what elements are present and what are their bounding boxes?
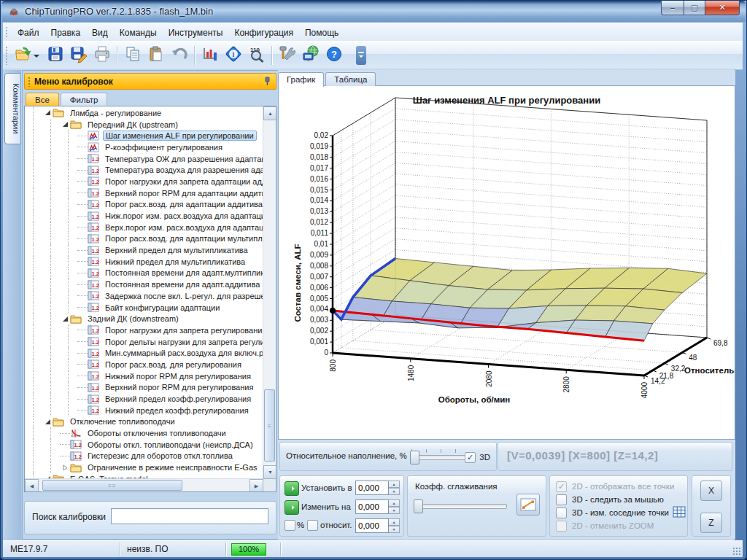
slider-track[interactable] — [414, 504, 507, 509]
percent-checkbox[interactable] — [285, 520, 295, 531]
tree-item-label[interactable]: Верхний порог RPM для адаптации аддитива — [103, 189, 263, 198]
view-tab-таблица[interactable]: Таблица — [325, 72, 376, 86]
vertical-scroll-thumb[interactable]: ≡ — [264, 389, 275, 462]
spin-up-button[interactable]: ▲ — [389, 499, 400, 507]
tree-item-label[interactable]: Ниж.порог изм. расх.воздуха для адаптаци… — [103, 211, 263, 220]
tree-item-label[interactable]: Отключение топливоподачи — [68, 417, 177, 426]
set-value-input[interactable] — [355, 481, 389, 495]
tree-item[interactable]: 1.2Нижний предел коэфф.регулирования — [25, 405, 263, 416]
tree-item-label[interactable]: Порог расх.возд. для адаптации мультипли… — [103, 234, 263, 243]
chart-area[interactable]: 00,0010,0020,0030,0040,0050,0060,0070,00… — [278, 85, 735, 440]
tree-item-label[interactable]: Верх.порог изм. расх.воздуха для адаптац… — [103, 223, 263, 232]
tree-item[interactable]: 1.2Постоянная времени для адапт.мултипли… — [25, 268, 263, 279]
spin-up-button[interactable]: ▲ — [389, 481, 400, 488]
relative-value-spinner[interactable]: ▲▼ — [355, 518, 400, 533]
spin-up-button[interactable]: ▲ — [389, 518, 400, 526]
tree-item[interactable]: Р-коэффициент регулирования — [25, 141, 263, 153]
tree-item-label[interactable]: Нижний предел коэфф.регулирования — [103, 406, 251, 415]
compare-charts-button[interactable] — [198, 44, 222, 67]
spin-down-button[interactable]: ▼ — [389, 507, 400, 514]
collapse-arrow-icon[interactable] — [60, 316, 70, 322]
smoothing-slider[interactable] — [414, 498, 507, 511]
collapse-arrow-icon[interactable] — [42, 109, 53, 116]
scroll-right-button[interactable]: ▶ — [249, 479, 263, 492]
tree-item[interactable]: Ограничение в режиме неисправности E-Gas — [25, 462, 263, 473]
toolbar-overflow-chevron[interactable] — [356, 46, 366, 65]
tree-item[interactable]: 1.2Верхний предел для мультипликатива — [25, 244, 263, 256]
menu-item-инструменты[interactable]: Инструменты — [163, 26, 229, 40]
collapse-arrow-icon[interactable] — [60, 121, 70, 128]
change-value-input[interactable] — [355, 499, 389, 514]
tree-item[interactable]: 1.2Порог расх.возд. для адаптации мульти… — [25, 233, 263, 245]
tree-item[interactable]: 1.2Температура ОЖ для разрешения адаптац… — [25, 153, 263, 165]
x-axis-button[interactable]: X — [700, 481, 722, 501]
title-bar[interactable]: ChipTuningPRO ver.7.2.1.835 - flash_1M.b… — [1, 1, 746, 22]
tree-item-label[interactable]: Обороты откл. топливоподачи (неиспр.ДСА) — [85, 440, 255, 449]
expand-arrow-icon[interactable] — [60, 464, 70, 471]
option-checkbox-1[interactable] — [556, 494, 567, 505]
tree-item[interactable]: 1.2Постоянная времени для адапт.аддитива — [25, 279, 263, 290]
tree-item[interactable]: 1.2Верхний порог RPM для регулирования — [25, 382, 263, 394]
relative-checkbox[interactable] — [307, 520, 318, 531]
tree-item[interactable]: 1.2Верхний предел коэфф.регулирования — [25, 393, 263, 405]
tree-item[interactable]: 1.2Порог нагрузки для запрета регулирова… — [25, 324, 263, 336]
comments-tab[interactable]: Комментарии — [4, 73, 21, 144]
tree-item[interactable]: 1.2Гистерезис для оборотов откл.топлива — [25, 451, 263, 462]
tree-item-label[interactable]: Нижний предел для мультипликатива — [103, 257, 247, 266]
close-button[interactable]: ✕ — [705, 1, 740, 15]
tree-item[interactable]: 1.2Нижний порог RPM для регулирования — [25, 370, 263, 382]
menu-item-конфигурация[interactable]: Конфигурация — [228, 26, 299, 40]
menu-item-помощь[interactable]: Помощь — [299, 26, 344, 40]
tree-item[interactable]: 1.2Ниж.порог изм. расх.воздуха для адапт… — [25, 210, 263, 222]
option-checkbox-0[interactable]: ✓ — [556, 481, 567, 492]
minimize-button[interactable]: – — [661, 1, 684, 15]
tree-item-label[interactable]: Нижний порог RPM для регулирования — [103, 372, 253, 381]
tree-horizontal-scrollbar[interactable]: ◀ ▶ ≡≡ — [25, 478, 263, 491]
grid-icon[interactable] — [673, 506, 686, 519]
info-button[interactable]: i — [222, 44, 245, 67]
tree-item-label[interactable]: Порог нагрузки для запрета адаптации адд… — [103, 177, 263, 186]
sidebar-tab-все[interactable]: Все — [26, 93, 59, 106]
tree-item-label[interactable]: Постоянная времени для адапт.мултипликат… — [103, 268, 263, 277]
tree-item-label[interactable]: Байт конфигурации адаптации — [103, 303, 222, 312]
tree-item-label[interactable]: Порог дельты нагрузки для запрета регули… — [103, 338, 263, 346]
tree-item-label[interactable]: Задний ДК (downstream) — [85, 314, 181, 323]
tree-item[interactable]: Отключение топливоподачи — [25, 416, 263, 428]
tree-item[interactable]: Шаг изменения ALF при регулировании — [25, 130, 263, 141]
view-tab-график[interactable]: График — [278, 72, 324, 87]
spin-down-button[interactable]: ▼ — [389, 526, 400, 533]
save-button[interactable] — [44, 44, 67, 67]
tree-item-label[interactable]: Гистерезис для оборотов откл.топлива — [85, 451, 235, 460]
spin-down-button[interactable]: ▼ — [389, 488, 400, 495]
scroll-down-button[interactable]: ▼ — [263, 465, 276, 479]
menu-item-правка[interactable]: Правка — [45, 26, 87, 40]
tree-item-label[interactable]: Верхний предел коэфф.регулирования — [103, 394, 253, 403]
tree-item-label[interactable]: Температура воздуха для разрешения адапт… — [103, 166, 263, 174]
z-axis-button[interactable]: Z — [700, 513, 722, 533]
surface-chart[interactable]: 00,0010,0020,0030,0040,0050,0060,0070,00… — [279, 86, 735, 438]
open-file-button[interactable] — [12, 44, 35, 67]
set-value-spinner[interactable]: ▲▼ — [355, 481, 400, 495]
tree-item[interactable]: 1.2Верхний порог RPM для адаптации аддит… — [25, 187, 263, 199]
relative-value-input[interactable] — [355, 518, 389, 533]
tree-item[interactable]: 1.2Порог нагрузки для запрета адаптации … — [25, 176, 263, 187]
menu-item-команды[interactable]: Команды — [114, 26, 163, 40]
apply-change-button[interactable] — [285, 500, 299, 515]
tree-item[interactable]: Лямбда - регулирование — [25, 107, 263, 119]
tree-item[interactable]: 1.2Байт конфигурации адаптации — [25, 302, 263, 314]
fill-slider[interactable] — [410, 449, 471, 462]
sidebar-tab-фильтр[interactable]: Фильтр — [61, 93, 108, 106]
tree-item-label[interactable]: Ограничение в режиме неисправности E-Gas — [85, 463, 260, 472]
option-checkbox-2[interactable] — [556, 508, 567, 518]
tree-item[interactable]: 1.2Температура воздуха для разрешения ад… — [25, 164, 263, 176]
tree-vertical-scrollbar[interactable]: ▲ ▼ ≡ — [263, 106, 276, 479]
tree-item-label[interactable]: Порог расх.возд. для регулирования — [103, 360, 244, 369]
paste-button[interactable] — [144, 44, 168, 67]
tree-item-label[interactable]: Р-коэффициент регулирования — [103, 143, 225, 152]
slider-thumb[interactable] — [414, 499, 423, 513]
tree-item-label[interactable]: Порог расх.возд. для адаптации аддитива — [103, 200, 263, 209]
open-file-dropdown[interactable] — [34, 55, 39, 61]
tree-item-label[interactable]: Лямбда - регулирование — [68, 109, 163, 117]
scroll-up-button[interactable]: ▲ — [263, 106, 276, 120]
tree-item-label[interactable]: Мин.суммарный расх.воздуха для включ.рег… — [103, 349, 263, 357]
